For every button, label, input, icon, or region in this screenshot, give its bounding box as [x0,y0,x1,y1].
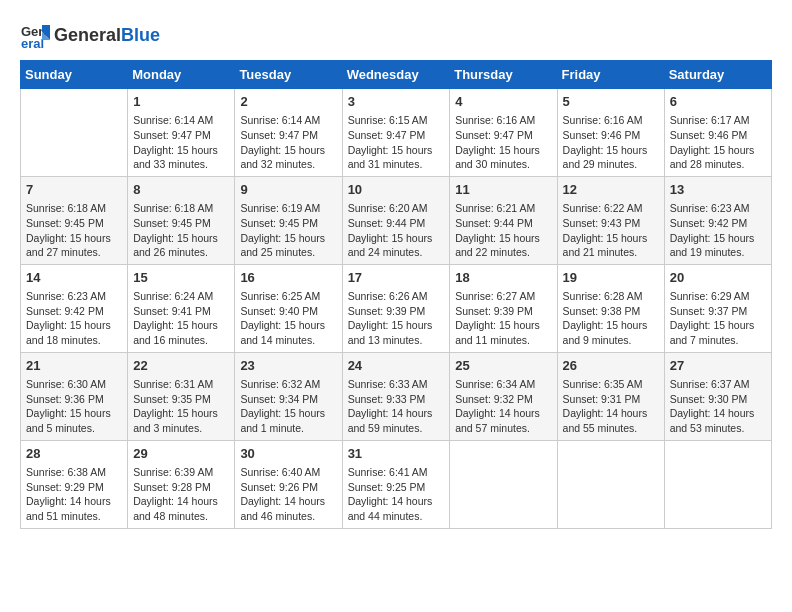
cell-content: Sunrise: 6:25 AM Sunset: 9:40 PM Dayligh… [240,289,336,348]
day-number: 3 [348,93,445,111]
calendar-cell: 20Sunrise: 6:29 AM Sunset: 9:37 PM Dayli… [664,264,771,352]
day-number: 14 [26,269,122,287]
logo-general-text: General [54,25,121,45]
cell-content: Sunrise: 6:19 AM Sunset: 9:45 PM Dayligh… [240,201,336,260]
cell-content: Sunrise: 6:14 AM Sunset: 9:47 PM Dayligh… [240,113,336,172]
logo-icon: Gen eral [20,20,50,50]
day-number: 26 [563,357,659,375]
calendar-cell: 16Sunrise: 6:25 AM Sunset: 9:40 PM Dayli… [235,264,342,352]
day-number: 13 [670,181,766,199]
day-number: 24 [348,357,445,375]
day-number: 8 [133,181,229,199]
day-number: 31 [348,445,445,463]
weekday-header-thursday: Thursday [450,61,557,89]
day-number: 19 [563,269,659,287]
cell-content: Sunrise: 6:17 AM Sunset: 9:46 PM Dayligh… [670,113,766,172]
cell-content: Sunrise: 6:14 AM Sunset: 9:47 PM Dayligh… [133,113,229,172]
day-number: 9 [240,181,336,199]
calendar-header: SundayMondayTuesdayWednesdayThursdayFrid… [21,61,772,89]
calendar-cell [21,89,128,177]
day-number: 7 [26,181,122,199]
calendar-cell: 28Sunrise: 6:38 AM Sunset: 9:29 PM Dayli… [21,440,128,528]
calendar-cell: 19Sunrise: 6:28 AM Sunset: 9:38 PM Dayli… [557,264,664,352]
cell-content: Sunrise: 6:28 AM Sunset: 9:38 PM Dayligh… [563,289,659,348]
cell-content: Sunrise: 6:15 AM Sunset: 9:47 PM Dayligh… [348,113,445,172]
day-number: 22 [133,357,229,375]
weekday-header-row: SundayMondayTuesdayWednesdayThursdayFrid… [21,61,772,89]
day-number: 21 [26,357,122,375]
calendar-cell: 21Sunrise: 6:30 AM Sunset: 9:36 PM Dayli… [21,352,128,440]
cell-content: Sunrise: 6:16 AM Sunset: 9:46 PM Dayligh… [563,113,659,172]
day-number: 25 [455,357,551,375]
cell-content: Sunrise: 6:40 AM Sunset: 9:26 PM Dayligh… [240,465,336,524]
calendar-cell: 17Sunrise: 6:26 AM Sunset: 9:39 PM Dayli… [342,264,450,352]
cell-content: Sunrise: 6:41 AM Sunset: 9:25 PM Dayligh… [348,465,445,524]
calendar-cell: 2Sunrise: 6:14 AM Sunset: 9:47 PM Daylig… [235,89,342,177]
day-number: 29 [133,445,229,463]
cell-content: Sunrise: 6:21 AM Sunset: 9:44 PM Dayligh… [455,201,551,260]
calendar-cell [664,440,771,528]
cell-content: Sunrise: 6:37 AM Sunset: 9:30 PM Dayligh… [670,377,766,436]
cell-content: Sunrise: 6:33 AM Sunset: 9:33 PM Dayligh… [348,377,445,436]
cell-content: Sunrise: 6:31 AM Sunset: 9:35 PM Dayligh… [133,377,229,436]
weekday-header-tuesday: Tuesday [235,61,342,89]
cell-content: Sunrise: 6:18 AM Sunset: 9:45 PM Dayligh… [26,201,122,260]
cell-content: Sunrise: 6:22 AM Sunset: 9:43 PM Dayligh… [563,201,659,260]
cell-content: Sunrise: 6:38 AM Sunset: 9:29 PM Dayligh… [26,465,122,524]
weekday-header-monday: Monday [128,61,235,89]
cell-content: Sunrise: 6:35 AM Sunset: 9:31 PM Dayligh… [563,377,659,436]
page-header: Gen eral GeneralBlue [20,20,772,50]
calendar-cell: 5Sunrise: 6:16 AM Sunset: 9:46 PM Daylig… [557,89,664,177]
calendar-cell: 10Sunrise: 6:20 AM Sunset: 9:44 PM Dayli… [342,176,450,264]
calendar-body: 1Sunrise: 6:14 AM Sunset: 9:47 PM Daylig… [21,89,772,529]
cell-content: Sunrise: 6:18 AM Sunset: 9:45 PM Dayligh… [133,201,229,260]
calendar-cell: 4Sunrise: 6:16 AM Sunset: 9:47 PM Daylig… [450,89,557,177]
calendar-week-row: 1Sunrise: 6:14 AM Sunset: 9:47 PM Daylig… [21,89,772,177]
day-number: 12 [563,181,659,199]
calendar-week-row: 28Sunrise: 6:38 AM Sunset: 9:29 PM Dayli… [21,440,772,528]
day-number: 6 [670,93,766,111]
day-number: 15 [133,269,229,287]
cell-content: Sunrise: 6:23 AM Sunset: 9:42 PM Dayligh… [26,289,122,348]
calendar-cell: 11Sunrise: 6:21 AM Sunset: 9:44 PM Dayli… [450,176,557,264]
day-number: 10 [348,181,445,199]
calendar-cell [450,440,557,528]
calendar-cell: 25Sunrise: 6:34 AM Sunset: 9:32 PM Dayli… [450,352,557,440]
cell-content: Sunrise: 6:29 AM Sunset: 9:37 PM Dayligh… [670,289,766,348]
calendar-cell: 13Sunrise: 6:23 AM Sunset: 9:42 PM Dayli… [664,176,771,264]
day-number: 11 [455,181,551,199]
calendar-cell [557,440,664,528]
day-number: 30 [240,445,336,463]
cell-content: Sunrise: 6:24 AM Sunset: 9:41 PM Dayligh… [133,289,229,348]
calendar-table: SundayMondayTuesdayWednesdayThursdayFrid… [20,60,772,529]
logo-blue-text: Blue [121,25,160,45]
calendar-cell: 27Sunrise: 6:37 AM Sunset: 9:30 PM Dayli… [664,352,771,440]
day-number: 18 [455,269,551,287]
calendar-cell: 15Sunrise: 6:24 AM Sunset: 9:41 PM Dayli… [128,264,235,352]
day-number: 4 [455,93,551,111]
cell-content: Sunrise: 6:32 AM Sunset: 9:34 PM Dayligh… [240,377,336,436]
calendar-cell: 6Sunrise: 6:17 AM Sunset: 9:46 PM Daylig… [664,89,771,177]
calendar-week-row: 21Sunrise: 6:30 AM Sunset: 9:36 PM Dayli… [21,352,772,440]
calendar-cell: 3Sunrise: 6:15 AM Sunset: 9:47 PM Daylig… [342,89,450,177]
svg-text:eral: eral [21,36,44,50]
cell-content: Sunrise: 6:26 AM Sunset: 9:39 PM Dayligh… [348,289,445,348]
day-number: 5 [563,93,659,111]
calendar-cell: 14Sunrise: 6:23 AM Sunset: 9:42 PM Dayli… [21,264,128,352]
weekday-header-sunday: Sunday [21,61,128,89]
day-number: 27 [670,357,766,375]
calendar-cell: 18Sunrise: 6:27 AM Sunset: 9:39 PM Dayli… [450,264,557,352]
day-number: 20 [670,269,766,287]
calendar-cell: 9Sunrise: 6:19 AM Sunset: 9:45 PM Daylig… [235,176,342,264]
calendar-cell: 23Sunrise: 6:32 AM Sunset: 9:34 PM Dayli… [235,352,342,440]
calendar-cell: 29Sunrise: 6:39 AM Sunset: 9:28 PM Dayli… [128,440,235,528]
calendar-cell: 12Sunrise: 6:22 AM Sunset: 9:43 PM Dayli… [557,176,664,264]
calendar-week-row: 7Sunrise: 6:18 AM Sunset: 9:45 PM Daylig… [21,176,772,264]
day-number: 2 [240,93,336,111]
calendar-cell: 8Sunrise: 6:18 AM Sunset: 9:45 PM Daylig… [128,176,235,264]
cell-content: Sunrise: 6:27 AM Sunset: 9:39 PM Dayligh… [455,289,551,348]
calendar-cell: 24Sunrise: 6:33 AM Sunset: 9:33 PM Dayli… [342,352,450,440]
weekday-header-wednesday: Wednesday [342,61,450,89]
calendar-cell: 1Sunrise: 6:14 AM Sunset: 9:47 PM Daylig… [128,89,235,177]
cell-content: Sunrise: 6:34 AM Sunset: 9:32 PM Dayligh… [455,377,551,436]
